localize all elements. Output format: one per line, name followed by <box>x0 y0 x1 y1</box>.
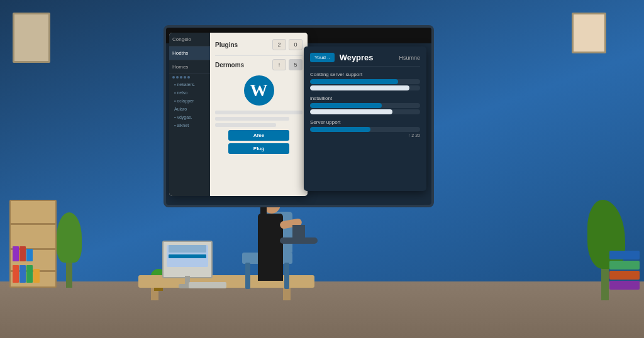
stat-section-3: Server upport ↑ 2 20 <box>310 119 420 138</box>
books-right <box>609 251 641 291</box>
sidebar-sub-1[interactable]: • nekaters. <box>169 80 210 89</box>
divider <box>215 55 303 56</box>
book-right <box>609 281 640 290</box>
domains-row: Dermoms ↑ 5 <box>215 59 303 70</box>
stat-bar-fill-1b <box>310 85 409 90</box>
main-monitor: Congelo Hodths Homes • nekaters. • nelso… <box>164 25 434 226</box>
plugin-button[interactable]: Plug <box>228 143 289 154</box>
plugins-counts: 2 0 <box>272 39 303 50</box>
book <box>13 246 19 261</box>
wall-frame-left <box>13 13 50 63</box>
small-monitor-screen <box>167 245 208 267</box>
stat-label-1: Contting server support <box>310 72 420 77</box>
domains-counts: ↑ 5 <box>272 59 303 70</box>
line <box>215 117 289 121</box>
book-right <box>609 251 640 259</box>
domains-count2: 5 <box>289 59 303 70</box>
sidebar-item-congelo[interactable]: Congelo <box>169 33 210 46</box>
stat-bar-bg-2 <box>310 103 420 108</box>
sidebar-sub-3[interactable]: • oclapper <box>169 97 210 105</box>
stat-bar-fill-2b <box>310 109 392 114</box>
wp-main-content: Plugins 2 0 Dermoms ↑ 5 W <box>210 33 308 196</box>
stat-bar-fill-2 <box>310 103 382 108</box>
dot <box>176 76 179 79</box>
sidebar-sub-6[interactable]: • alknet <box>169 121 210 129</box>
keyboard <box>189 282 226 288</box>
wp-sidebar: Congelo Hodths Homes • nekaters. • nelso… <box>169 33 210 196</box>
dot <box>187 76 190 79</box>
plugins-count1: 2 <box>272 39 286 50</box>
stat-label-3: Server upport <box>310 119 420 125</box>
brand-suffix: Hsumne <box>399 55 420 61</box>
person-legs <box>258 246 283 281</box>
stat-section-2: installliont <box>310 95 420 114</box>
wall-frame-right <box>572 13 606 53</box>
book <box>33 269 40 283</box>
sidebar-item-homes[interactable]: Homes <box>169 60 210 74</box>
book <box>19 246 26 261</box>
plant-left <box>57 212 82 288</box>
monitor-stand-base <box>280 237 318 244</box>
plugins-row: Plugins 2 0 <box>215 39 303 50</box>
monitor-stand-neck <box>292 225 305 239</box>
line <box>215 123 276 127</box>
bookcase <box>9 200 57 288</box>
stat-label-2: installliont <box>310 95 420 101</box>
stat-bar-fill-1 <box>310 79 398 84</box>
book <box>13 265 19 283</box>
dot <box>172 76 175 79</box>
stat-bar-bg-1b <box>310 85 420 90</box>
stat-bar-bg-1 <box>310 79 420 84</box>
dot <box>184 76 186 79</box>
plugins-count2: 0 <box>289 39 303 50</box>
floor <box>0 281 644 338</box>
domains-count1: ↑ <box>272 59 286 70</box>
shelf <box>11 223 55 225</box>
brand-name: Weypres <box>340 53 374 62</box>
activate-button[interactable]: Afee <box>228 130 289 141</box>
plugins-label: Plugins <box>215 41 238 48</box>
screen-content <box>169 245 206 253</box>
monitor-screen: Congelo Hodths Homes • nekaters. • nelso… <box>164 25 434 207</box>
brand-bar: Youd .. Weypres Hsumne <box>310 53 420 67</box>
book-right <box>609 261 640 270</box>
book <box>26 265 33 283</box>
sidebar-sub-2[interactable]: • nelso <box>169 89 210 97</box>
sidebar-item-hodths[interactable]: Hodths <box>169 46 210 60</box>
sidebar-sub-4[interactable]: Aularo <box>169 105 210 113</box>
screen-bar <box>169 254 206 258</box>
sidebar-dots <box>169 74 210 80</box>
small-monitor <box>162 241 213 278</box>
server-stats-panel: Youd .. Weypres Hsumne Contting server s… <box>304 46 426 191</box>
domains-label: Dermoms <box>215 62 244 68</box>
line <box>215 111 303 114</box>
sidebar-sub-5[interactable]: • vdygas. <box>169 113 210 121</box>
book <box>26 249 33 261</box>
wp-logo: W <box>244 75 274 106</box>
wp-admin-panel: Congelo Hodths Homes • nekaters. • nelso… <box>169 33 308 196</box>
stat-bar-fill-3 <box>310 127 370 132</box>
wp-lines <box>215 111 303 127</box>
book-right <box>609 271 640 280</box>
stat-section-1: Contting server support <box>310 72 420 90</box>
wp-logo-area: W <box>215 75 303 106</box>
dot <box>180 76 182 79</box>
stat-bar-bg-2b <box>310 109 420 114</box>
stat-counter: ↑ 2 20 <box>310 133 420 138</box>
stat-bar-bg-3 <box>310 127 420 132</box>
youd-tab[interactable]: Youd .. <box>310 53 335 62</box>
book <box>19 265 26 283</box>
